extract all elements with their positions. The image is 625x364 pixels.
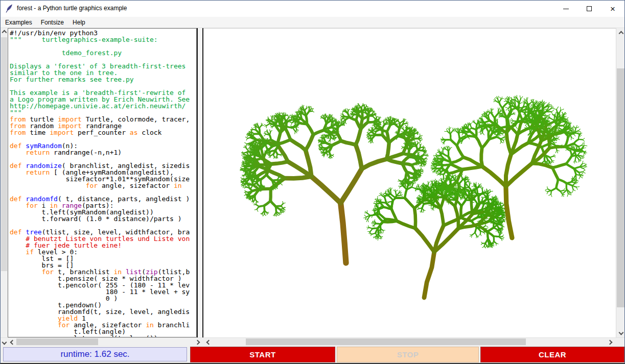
menubar: Examples Fontsize Help <box>1 17 624 28</box>
minimize-icon <box>563 9 569 9</box>
scroll-left-icon[interactable] <box>10 339 15 345</box>
canvas-vscroll-thumb[interactable] <box>617 68 625 307</box>
stop-button[interactable]: STOP <box>337 347 479 362</box>
code-vertical-scrollbar[interactable] <box>1 28 8 337</box>
turtle-canvas[interactable] <box>203 29 616 338</box>
code-editor[interactable]: #!/usr/bin/env python3""" turtlegraphics… <box>8 28 197 337</box>
window-title: forest - a Python turtle graphics exampl… <box>17 5 127 12</box>
runtime-label: runtime: 1.62 sec. <box>3 347 187 361</box>
menu-fontsize[interactable]: Fontsize <box>37 18 68 27</box>
canvas-hscroll-thumb[interactable] <box>246 338 526 345</box>
pane-divider <box>197 28 203 337</box>
code-vscroll-thumb[interactable] <box>1 37 7 271</box>
app-window: forest - a Python turtle graphics exampl… <box>0 0 625 364</box>
close-button[interactable]: × <box>601 1 624 17</box>
scroll-down-icon[interactable] <box>2 339 7 345</box>
menu-examples[interactable]: Examples <box>1 18 36 27</box>
maximize-button[interactable] <box>577 1 601 17</box>
code-hscroll-thumb[interactable] <box>16 338 98 345</box>
scroll-up-icon[interactable] <box>619 31 624 36</box>
scroll-down-icon[interactable] <box>619 330 624 335</box>
clear-button[interactable]: CLEAR <box>480 347 624 362</box>
scroll-right-icon[interactable] <box>607 339 612 345</box>
main-area: #!/usr/bin/env python3""" turtlegraphics… <box>1 28 625 337</box>
canvas-pane[interactable] <box>203 28 616 337</box>
close-icon: × <box>610 5 615 13</box>
menu-help[interactable]: Help <box>68 18 89 27</box>
bottom-bar: runtime: 1.62 sec. START STOP CLEAR <box>1 346 625 363</box>
code-text: #!/usr/bin/env python3""" turtlegraphics… <box>8 29 196 337</box>
scroll-left-icon[interactable] <box>206 339 211 345</box>
feather-icon <box>5 4 13 13</box>
titlebar[interactable]: forest - a Python turtle graphics exampl… <box>1 1 624 17</box>
canvas-vertical-scrollbar[interactable] <box>616 28 625 337</box>
scrollbar-row <box>1 337 625 346</box>
minimize-button[interactable] <box>554 1 577 17</box>
scroll-right-icon[interactable] <box>195 339 200 345</box>
start-button[interactable]: START <box>190 347 335 362</box>
scroll-up-icon[interactable] <box>2 30 7 35</box>
maximize-icon <box>587 6 592 11</box>
